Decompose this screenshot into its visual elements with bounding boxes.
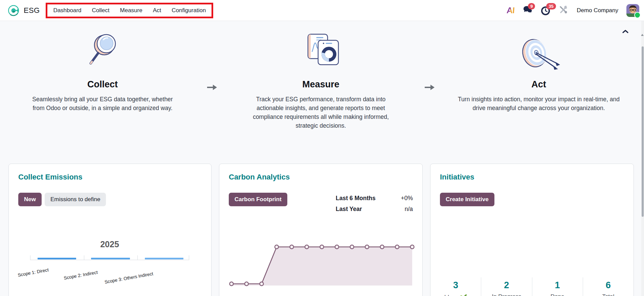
- stat-total-value: 6: [583, 280, 634, 291]
- hero-desc-act: Turn insights into action, monitor your …: [458, 95, 620, 112]
- hero-title-collect: Collect: [25, 79, 180, 90]
- systray: AI 9 35: [507, 4, 639, 17]
- carbon-analytics-title: Carbon Analytics: [229, 173, 413, 182]
- collect-emissions-card: Collect Emissions New Emissions to defin…: [8, 164, 212, 296]
- stat-ideas-value: 3: [430, 280, 481, 291]
- menu-item-collect[interactable]: Collect: [92, 7, 110, 14]
- messages-icon[interactable]: 9: [523, 5, 533, 16]
- stat-in-progress-label: In Progress: [492, 293, 521, 296]
- online-status-dot: [634, 12, 641, 18]
- stat-done[interactable]: 1 Done: [532, 277, 583, 296]
- stat-ideas-label: Ideas: [444, 294, 459, 296]
- hero-desc-collect: Seamlessly bring all your ESG data toget…: [25, 95, 180, 112]
- hero-title-measure: Measure: [243, 79, 399, 90]
- hero-title-act: Act: [458, 79, 620, 90]
- hero-step-act: Act Turn insights into action, monitor y…: [458, 31, 620, 112]
- emissions-to-define-button[interactable]: Emissions to define: [45, 193, 106, 206]
- flow-arrow-icon: [424, 84, 435, 91]
- scope2-bar[interactable]: [91, 258, 130, 259]
- menu-item-configuration[interactable]: Configuration: [172, 7, 206, 14]
- app-name: ESG: [24, 6, 40, 15]
- magnifier-illustration-icon: [25, 31, 180, 68]
- menu-item-act[interactable]: Act: [153, 7, 161, 14]
- kpi-last-6-months-label: Last 6 Months: [336, 194, 376, 203]
- user-avatar[interactable]: [626, 4, 639, 17]
- stat-done-label: Done: [551, 293, 564, 296]
- kpi-last-6-months-value: +0%: [401, 194, 413, 203]
- hero-desc-measure: Track your ESG performance, transform da…: [243, 95, 399, 130]
- stat-total-label: Total: [602, 293, 614, 296]
- axis-tick: [189, 255, 189, 260]
- flow-arrow-icon: [206, 84, 217, 91]
- initiatives-title: Initiatives: [440, 173, 624, 182]
- kpi-last-year-value: n/a: [405, 205, 413, 213]
- stat-done-value: 1: [532, 280, 583, 291]
- stat-in-progress[interactable]: 2 In Progress: [481, 277, 532, 296]
- initiatives-card: Initiatives Create Initiative 3 Ideas: [430, 164, 634, 296]
- stat-ideas[interactable]: 3 Ideas: [430, 277, 481, 296]
- messages-count-badge: 9: [528, 3, 535, 9]
- esg-dashboard-screen: ESG Dashboard Collect Measure Act Config…: [0, 0, 644, 296]
- seedling-icon: [460, 293, 467, 296]
- carbon-footprint-button[interactable]: Carbon Footprint: [229, 193, 287, 206]
- stat-total[interactable]: 6 Total: [583, 277, 634, 296]
- initiatives-stats-row: 3 Ideas 2 In Progress 1: [430, 277, 634, 296]
- carbon-analytics-card: Carbon Analytics Carbon Footprint Last 6…: [219, 164, 423, 296]
- hero-step-collect: Collect Seamlessly bring all your ESG da…: [25, 31, 180, 112]
- main-menu-highlight-box: Dashboard Collect Measure Act Configurat…: [46, 3, 213, 18]
- scope1-label: Scope 1: Direct: [17, 267, 49, 278]
- carbon-footprint-line-chart[interactable]: [229, 232, 415, 289]
- target-illustration-icon: [458, 31, 620, 68]
- scrollbar-up-arrow-icon[interactable]: [641, 34, 644, 36]
- tools-icon[interactable]: [559, 5, 568, 16]
- create-initiative-button[interactable]: Create Initiative: [440, 193, 494, 206]
- activities-count-badge: 35: [546, 3, 556, 9]
- axis-tick: [30, 255, 30, 260]
- top-navbar: ESG Dashboard Collect Measure Act Config…: [0, 0, 644, 21]
- company-switcher[interactable]: Demo Company: [577, 7, 618, 14]
- chart-year-label: 2025: [30, 239, 189, 249]
- scope3-bar[interactable]: [145, 258, 183, 259]
- collapse-banner-chevron-icon[interactable]: [621, 28, 629, 35]
- menu-item-dashboard[interactable]: Dashboard: [53, 7, 81, 14]
- axis-tick: [137, 255, 138, 260]
- collect-emissions-title: Collect Emissions: [18, 173, 202, 182]
- scope1-bar[interactable]: [38, 258, 76, 259]
- kpi-last-year-label: Last Year: [336, 205, 362, 213]
- axis-tick: [84, 255, 84, 260]
- scope2-label: Scope 2: Indirect: [63, 270, 98, 280]
- activities-clock-icon[interactable]: 35: [541, 5, 551, 16]
- scope3-label: Scope 3: Others Indirect: [104, 271, 154, 284]
- vertical-scrollbar-thumb[interactable]: [642, 46, 644, 217]
- emissions-scope-chart: 2025 Scope 1: Direct Scope 2: Indirect S…: [9, 233, 212, 296]
- esg-app-logo-icon[interactable]: [7, 4, 20, 17]
- ai-assistant-icon[interactable]: AI: [506, 5, 515, 15]
- chart-axis-line: [30, 260, 189, 260]
- stat-in-progress-value: 2: [481, 280, 532, 291]
- new-emission-button[interactable]: New: [18, 193, 42, 206]
- carbon-kpi-block: Last 6 Months +0% Last Year n/a: [336, 194, 413, 215]
- menu-item-measure[interactable]: Measure: [120, 7, 142, 14]
- analytics-illustration-icon: [243, 31, 399, 68]
- hero-step-measure: Measure Track your ESG performance, tran…: [243, 31, 399, 130]
